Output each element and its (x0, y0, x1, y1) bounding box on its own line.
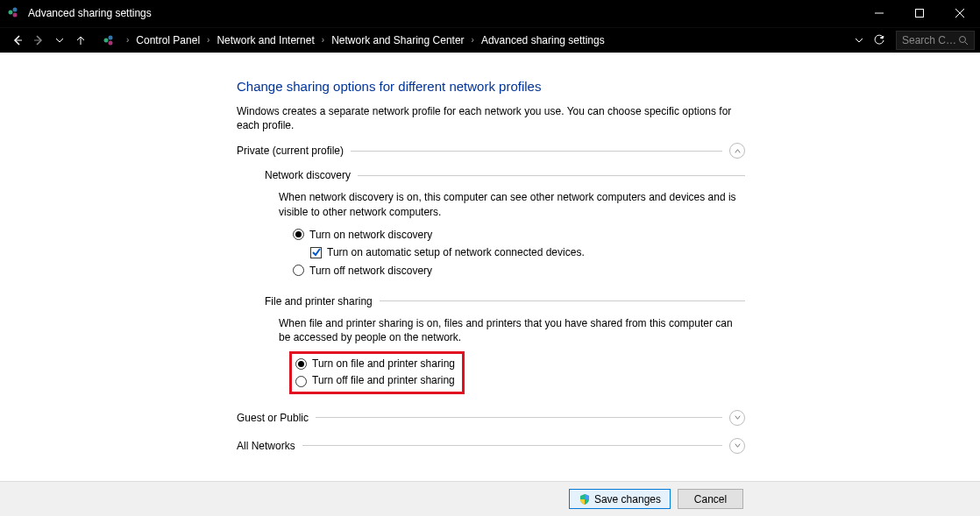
breadcrumb-sharing-center[interactable]: Network and Sharing Center (330, 34, 465, 46)
close-button[interactable] (940, 0, 980, 26)
forward-button[interactable] (28, 30, 49, 51)
save-changes-button[interactable]: Save changes (569, 489, 671, 509)
app-icon (0, 6, 26, 20)
content-area: Change sharing options for different net… (0, 53, 980, 481)
file-printer-label: File and printer sharing (265, 295, 373, 307)
svg-point-11 (109, 35, 113, 39)
breadcrumb-network-internet[interactable]: Network and Internet (215, 34, 316, 46)
svg-point-12 (109, 40, 113, 45)
chevron-right-icon: › (316, 35, 330, 45)
maximize-button[interactable] (899, 0, 940, 26)
svg-point-13 (960, 36, 966, 42)
svg-rect-4 (916, 10, 924, 18)
chevron-right-icon: › (121, 35, 134, 45)
cancel-button-label: Cancel (694, 493, 727, 505)
radio-icon (293, 229, 304, 240)
section-all-label: All Networks (237, 440, 295, 452)
radio-nd-off[interactable]: Turn off network discovery (293, 262, 745, 279)
breadcrumb-control-panel[interactable]: Control Panel (134, 34, 202, 46)
page-description: Windows creates a separate network profi… (237, 104, 745, 132)
section-guest-header[interactable]: Guest or Public (237, 410, 745, 426)
nav-toolbar: › Control Panel › Network and Internet ›… (0, 26, 980, 53)
page-title: Change sharing options for different net… (237, 79, 745, 94)
section-all-header[interactable]: All Networks (237, 438, 745, 454)
cancel-button[interactable]: Cancel (678, 489, 743, 509)
file-printer-desc: When file and printer sharing is on, fil… (279, 316, 745, 344)
chevron-right-icon: › (466, 35, 479, 45)
shield-icon (579, 493, 591, 505)
section-private: Private (current profile) Network discov… (237, 143, 745, 393)
search-placeholder: Search Co... (902, 34, 958, 46)
chevron-down-icon[interactable] (729, 438, 745, 454)
breadcrumb[interactable]: › Control Panel › Network and Internet ›… (102, 33, 849, 47)
minimize-button[interactable] (859, 0, 899, 26)
checkbox-nd-auto[interactable]: Turn on automatic setup of network conne… (310, 244, 745, 261)
title-bar: Advanced sharing settings (0, 0, 980, 26)
radio-nd-off-label: Turn off network discovery (309, 262, 432, 279)
svg-line-14 (965, 42, 968, 45)
radio-nd-on-label: Turn on network discovery (309, 226, 432, 244)
radio-fp-off[interactable]: Turn off file and printer sharing (295, 372, 462, 389)
radio-icon (295, 358, 307, 370)
checkbox-nd-auto-label: Turn on automatic setup of network conne… (327, 244, 585, 261)
radio-fp-off-label: Turn off file and printer sharing (312, 372, 455, 389)
recent-locations-button[interactable] (49, 30, 70, 51)
network-discovery-desc: When network discovery is on, this compu… (279, 190, 745, 218)
chevron-down-icon[interactable] (729, 410, 745, 426)
subsection-network-discovery: Network discovery (265, 169, 745, 181)
chevron-right-icon: › (202, 35, 215, 45)
highlight-box: Turn on file and printer sharing Turn of… (289, 351, 465, 393)
svg-point-0 (9, 11, 13, 15)
up-button[interactable] (70, 30, 91, 51)
footer-bar: Save changes Cancel (0, 481, 980, 516)
network-discovery-label: Network discovery (265, 169, 351, 181)
radio-icon (293, 265, 304, 276)
search-icon (958, 35, 969, 46)
radio-icon (295, 376, 307, 387)
svg-point-2 (13, 13, 18, 18)
section-private-label: Private (current profile) (237, 145, 344, 157)
refresh-button[interactable] (870, 30, 889, 51)
window-title: Advanced sharing settings (26, 7, 859, 19)
radio-nd-on[interactable]: Turn on network discovery (293, 226, 745, 244)
radio-fp-on-label: Turn on file and printer sharing (312, 356, 455, 372)
svg-point-1 (13, 8, 18, 12)
back-button[interactable] (7, 30, 28, 51)
checkbox-icon (310, 247, 322, 258)
section-guest-label: Guest or Public (237, 412, 309, 424)
section-all-networks: All Networks (237, 438, 745, 454)
subsection-file-printer: File and printer sharing (265, 295, 745, 307)
breadcrumb-advanced-sharing[interactable]: Advanced sharing settings (479, 34, 607, 46)
radio-fp-on[interactable]: Turn on file and printer sharing (295, 356, 462, 372)
network-icon (102, 33, 116, 47)
svg-point-10 (104, 38, 109, 42)
save-button-label: Save changes (594, 493, 661, 505)
chevron-up-icon[interactable] (729, 143, 745, 159)
search-input[interactable]: Search Co... (896, 31, 975, 50)
section-guest: Guest or Public (237, 410, 745, 426)
breadcrumb-dropdown-button[interactable] (849, 30, 870, 51)
section-private-header[interactable]: Private (current profile) (237, 143, 745, 159)
